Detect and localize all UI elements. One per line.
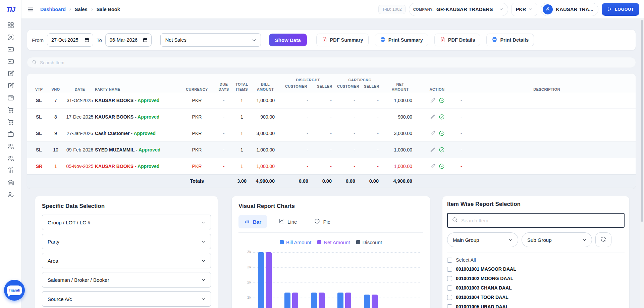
table-row[interactable]: SL817-Dec-2025KAUSAR BOOKS - ApprovedPKR… xyxy=(27,108,636,125)
briefcase-icon[interactable] xyxy=(7,130,14,138)
breadcrumb-sales[interactable]: Sales xyxy=(75,7,88,12)
approved-check-icon[interactable] xyxy=(439,97,445,103)
col-cart-seller: SELLER xyxy=(360,83,383,92)
y-axis-tick: 3k xyxy=(247,250,251,254)
tab-bar[interactable]: Bar xyxy=(238,215,267,228)
notebook-pen-icon[interactable] xyxy=(7,70,14,77)
edit-icon[interactable] xyxy=(430,114,436,120)
col-bill-amount: BILL AMOUNT xyxy=(251,74,279,92)
table-header: VTP VNO DATE PARTY NAME CURRENCY DUE DAY… xyxy=(27,74,636,92)
edit-icon[interactable] xyxy=(430,97,436,103)
logout-button[interactable]: LOGOUT xyxy=(602,3,639,16)
cell-cart-seller: - xyxy=(360,125,383,141)
group-lot-lc-select[interactable]: Group / LOT / LC # xyxy=(42,215,211,230)
avatar xyxy=(543,4,553,14)
menu-icon[interactable] xyxy=(27,6,34,13)
scan-face-icon[interactable] xyxy=(7,34,14,41)
warehouse-icon[interactable] xyxy=(7,179,14,186)
tab-line[interactable]: Line xyxy=(273,215,303,228)
users-2-icon[interactable] xyxy=(7,155,14,162)
user-check-icon[interactable] xyxy=(7,191,14,198)
item-checkbox[interactable] xyxy=(447,267,452,272)
breadcrumb-sale-book: Sale Book xyxy=(97,7,120,12)
print-summary-button[interactable]: Print Summary xyxy=(375,34,428,46)
cell-due-days: - xyxy=(215,92,232,108)
users-icon[interactable] xyxy=(7,142,14,150)
bar-group xyxy=(258,252,272,308)
refresh-button[interactable] xyxy=(595,232,611,247)
cell-cart-customer: - xyxy=(336,92,360,108)
pdf-summary-button[interactable]: PDF Summary xyxy=(316,34,369,46)
edit-icon[interactable] xyxy=(430,147,436,153)
credit-card-2-icon[interactable] xyxy=(7,58,14,65)
wallet-icon[interactable] xyxy=(7,94,14,101)
sub-group-value: Sub Group xyxy=(527,237,552,243)
divider xyxy=(447,253,625,253)
shopping-cart-icon[interactable] xyxy=(7,106,14,114)
totals-net: 4,900.00 xyxy=(383,174,417,188)
user-menu[interactable]: KAUSAR TRA... xyxy=(541,3,598,16)
area-select[interactable]: Area xyxy=(42,253,211,268)
salesman-broker-booker-select[interactable]: Salesman / Broker / Booker xyxy=(42,272,211,288)
table-row[interactable]: SL927-Jan-2026Cash Customer - ApprovedPK… xyxy=(27,125,636,141)
table-row[interactable]: SR105-Nov-2025KAUSAR BOOKS - ApprovedPKR… xyxy=(27,158,636,174)
cell-disc-customer: - xyxy=(279,108,313,125)
sidebar-nav xyxy=(0,19,21,203)
pdf-details-label: PDF Details xyxy=(448,37,475,43)
area-label: Area xyxy=(48,258,58,264)
report-type-select[interactable]: Net Sales xyxy=(160,33,261,47)
credit-card-icon[interactable] xyxy=(7,46,14,53)
edit-icon[interactable] xyxy=(430,130,436,136)
calendar-icon[interactable] xyxy=(84,37,90,43)
edit-icon[interactable] xyxy=(430,163,436,169)
breadcrumb-dashboard[interactable]: Dashboard xyxy=(40,7,66,12)
approved-check-icon[interactable] xyxy=(439,114,445,120)
cell-due-days: - xyxy=(215,141,232,158)
item-checkbox[interactable] xyxy=(447,295,452,300)
show-data-button[interactable]: Show Data xyxy=(269,34,307,46)
cell-disc-seller: - xyxy=(313,108,336,125)
approved-check-icon[interactable] xyxy=(439,163,445,169)
item-checkbox[interactable] xyxy=(447,276,452,281)
pdf-details-button[interactable]: PDF Details xyxy=(434,34,481,46)
approved-check-icon[interactable] xyxy=(439,130,445,136)
item-checkbox-row: 001001005 URAD DAAL xyxy=(447,302,625,308)
from-date-input[interactable]: 27-Oct-2025 xyxy=(47,33,93,47)
select-all-checkbox[interactable] xyxy=(447,258,452,263)
search-input[interactable] xyxy=(40,60,631,65)
approved-check-icon[interactable] xyxy=(439,147,445,153)
print-details-button[interactable]: Print Details xyxy=(486,34,534,46)
currency-selector[interactable]: PKR xyxy=(512,3,538,16)
table-row[interactable]: SL1009-Feb-2026SYED MUZAMMIL - ApprovedP… xyxy=(27,141,636,158)
calendar-icon[interactable] xyxy=(143,37,148,43)
item-label: 001001001 MASOOR DAAL xyxy=(456,266,516,272)
pdf-summary-label: PDF Summary xyxy=(330,37,363,43)
dashboard-icon[interactable] xyxy=(7,21,14,29)
table-row[interactable]: SL731-Oct-2025KAUSAR BOOKS - ApprovedPKR… xyxy=(27,92,636,108)
to-date-input[interactable]: 06-Mar-2026 xyxy=(105,33,152,47)
main-group-select[interactable]: Main Group xyxy=(447,232,518,247)
vertical-scrollbar[interactable] xyxy=(640,19,644,308)
legend-bill-amount: Bill Amount xyxy=(280,239,311,245)
chart-bars-icon[interactable] xyxy=(7,167,14,174)
party-select[interactable]: Party xyxy=(42,234,211,249)
item-checkbox[interactable] xyxy=(447,304,452,308)
company-selector[interactable]: COMPANY: GR-KAUSAR TRADERS xyxy=(409,3,508,16)
from-label: From xyxy=(32,37,44,43)
sub-group-select[interactable]: Sub Group xyxy=(522,232,592,247)
col-group-cart-pckg: CART/PCKG xyxy=(336,74,383,83)
col-disc-seller: SELLER xyxy=(313,83,336,92)
scrollbar-thumb[interactable] xyxy=(641,20,643,222)
notebook-pen-2-icon[interactable] xyxy=(7,82,14,89)
source-a-c-select[interactable]: Source A/c xyxy=(42,291,211,307)
tab-pie[interactable]: Pie xyxy=(309,215,336,228)
tijarah-chat-button[interactable]: Tijarah xyxy=(4,280,25,301)
item-checkbox[interactable] xyxy=(447,285,452,291)
chevron-down-icon xyxy=(201,297,206,302)
col-total-items: TOTAL ITEMS xyxy=(232,74,251,92)
item-search-input[interactable] xyxy=(461,218,620,223)
cell-action xyxy=(417,141,457,158)
shopping-cart-2-icon[interactable] xyxy=(7,118,14,126)
cell-cart-customer: - xyxy=(336,158,360,174)
y-axis-tick: 2k xyxy=(247,280,251,284)
